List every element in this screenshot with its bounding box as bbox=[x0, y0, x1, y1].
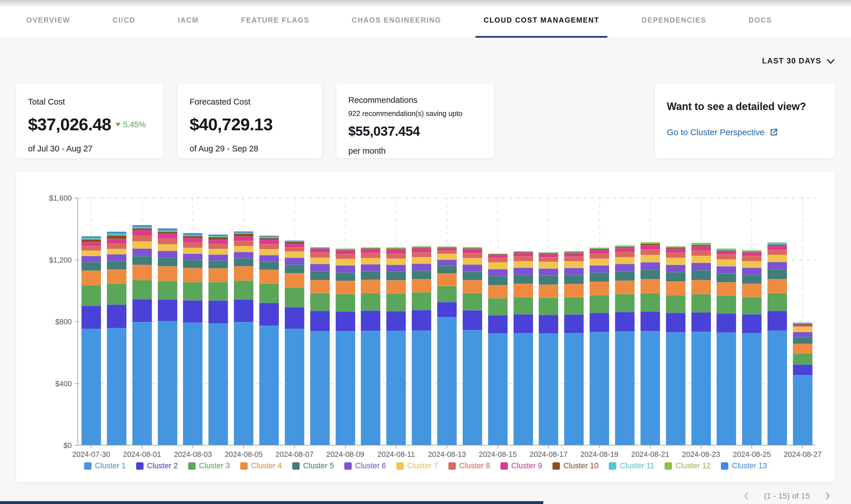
bar-segment-cluster-2 bbox=[767, 311, 787, 330]
bar-segment-cluster-6 bbox=[133, 249, 152, 256]
bar-2024-08-27[interactable] bbox=[793, 323, 812, 445]
bar-segment-cluster-8 bbox=[107, 244, 126, 249]
bar-segment-cluster-3 bbox=[336, 294, 355, 311]
bar-2024-08-04[interactable] bbox=[208, 235, 228, 445]
y-axis-label: $1,600 bbox=[35, 194, 72, 202]
bar-2024-08-01[interactable] bbox=[133, 225, 152, 445]
bar-2024-08-19[interactable] bbox=[590, 248, 609, 445]
legend-item-cluster-5[interactable]: Cluster 5 bbox=[292, 462, 334, 470]
bar-2024-08-23[interactable] bbox=[691, 243, 711, 445]
bar-2024-08-17[interactable] bbox=[539, 252, 558, 445]
legend-swatch bbox=[448, 462, 456, 470]
bar-segment-cluster-5 bbox=[412, 271, 431, 279]
bar-segment-cluster-5 bbox=[666, 272, 685, 282]
date-range-selector[interactable]: LAST 30 DAYS bbox=[762, 55, 835, 67]
bar-segment-cluster-6 bbox=[539, 269, 558, 275]
bar-segment-cluster-5 bbox=[234, 258, 253, 266]
bar-2024-08-21[interactable] bbox=[641, 242, 660, 445]
tab-docs[interactable]: DOCS bbox=[741, 3, 780, 38]
legend-item-cluster-6[interactable]: Cluster 6 bbox=[344, 462, 386, 470]
bar-2024-08-25[interactable] bbox=[742, 250, 762, 445]
legend-item-cluster-4[interactable]: Cluster 4 bbox=[240, 462, 282, 470]
bar-2024-08-11[interactable] bbox=[386, 248, 406, 445]
bar-2024-08-14[interactable] bbox=[463, 247, 482, 445]
bar-segment-cluster-10 bbox=[107, 235, 126, 239]
chevron-left-icon[interactable] bbox=[742, 491, 751, 501]
bar-segment-cluster-5 bbox=[259, 262, 279, 270]
bar-segment-cluster-6 bbox=[107, 254, 126, 261]
bar-segment-cluster-1 bbox=[437, 317, 457, 445]
bar-2024-07-31[interactable] bbox=[107, 232, 126, 445]
bar-2024-08-07[interactable] bbox=[285, 240, 304, 445]
bar-segment-cluster-2 bbox=[336, 311, 355, 331]
bar-segment-cluster-4 bbox=[691, 280, 711, 294]
bar-segment-cluster-8 bbox=[666, 253, 685, 258]
tab-overview[interactable]: OVERVIEW bbox=[18, 3, 79, 38]
bar-segment-cluster-8 bbox=[285, 247, 304, 251]
bar-2024-08-18[interactable] bbox=[564, 251, 584, 445]
tab-dependencies[interactable]: DEPENDENCIES bbox=[634, 3, 714, 38]
bar-2024-07-30[interactable] bbox=[82, 236, 101, 445]
bar-2024-08-13[interactable] bbox=[437, 247, 457, 445]
bar-segment-cluster-8 bbox=[488, 258, 507, 262]
legend-item-cluster-11[interactable]: Cluster 11 bbox=[609, 462, 654, 470]
bar-segment-cluster-6 bbox=[590, 266, 609, 273]
cluster-perspective-link[interactable]: Go to Cluster Perspective bbox=[667, 127, 778, 137]
bar-2024-08-05[interactable] bbox=[234, 231, 253, 445]
bar-2024-08-03[interactable] bbox=[183, 233, 203, 445]
chevron-right-icon[interactable] bbox=[823, 491, 832, 501]
bar-segment-cluster-4 bbox=[488, 285, 507, 298]
bar-segment-cluster-9 bbox=[386, 249, 406, 253]
bar-2024-08-26[interactable] bbox=[767, 242, 787, 445]
bar-segment-cluster-7 bbox=[437, 254, 457, 260]
bar-segment-cluster-9 bbox=[564, 253, 584, 256]
bar-2024-08-12[interactable] bbox=[412, 246, 431, 445]
bar-2024-08-09[interactable] bbox=[336, 249, 355, 445]
bar-2024-08-08[interactable] bbox=[310, 247, 330, 445]
bar-segment-cluster-8 bbox=[463, 253, 482, 258]
bar-segment-cluster-2 bbox=[641, 311, 660, 331]
bar-segment-cluster-7 bbox=[666, 258, 685, 265]
legend-item-cluster-8[interactable]: Cluster 8 bbox=[448, 462, 490, 470]
legend-swatch bbox=[500, 462, 508, 470]
bar-segment-cluster-6 bbox=[208, 255, 228, 261]
legend-item-cluster-2[interactable]: Cluster 2 bbox=[136, 462, 178, 470]
y-axis-tick bbox=[75, 383, 78, 384]
bar-2024-08-22[interactable] bbox=[666, 246, 685, 445]
legend-item-cluster-13[interactable]: Cluster 13 bbox=[721, 462, 767, 470]
date-range-row: LAST 30 DAYS bbox=[16, 55, 835, 67]
bar-segment-cluster-4 bbox=[641, 279, 660, 293]
legend-label: Cluster 1 bbox=[95, 462, 126, 470]
bar-2024-08-24[interactable] bbox=[717, 249, 736, 445]
detail-view-title: Want to see a detailed view? bbox=[667, 101, 823, 112]
bar-segment-cluster-9 bbox=[208, 240, 228, 244]
tab-cloud-cost-management[interactable]: CLOUD COST MANAGEMENT bbox=[475, 3, 607, 38]
legend-item-cluster-12[interactable]: Cluster 12 bbox=[664, 462, 711, 470]
bar-2024-08-15[interactable] bbox=[488, 254, 507, 445]
bar-2024-08-06[interactable] bbox=[259, 236, 279, 445]
tab-feature-flags[interactable]: FEATURE FLAGS bbox=[233, 3, 317, 38]
tab-chaos-engineering[interactable]: CHAOS ENGINEERING bbox=[344, 3, 449, 38]
legend-swatch bbox=[240, 462, 248, 470]
bar-segment-cluster-2 bbox=[488, 315, 507, 334]
legend-item-cluster-9[interactable]: Cluster 9 bbox=[500, 462, 542, 470]
bar-segment-cluster-6 bbox=[767, 262, 787, 269]
bar-2024-08-20[interactable] bbox=[615, 246, 635, 445]
legend-item-cluster-3[interactable]: Cluster 3 bbox=[188, 462, 230, 470]
legend-item-cluster-1[interactable]: Cluster 1 bbox=[84, 462, 126, 470]
y-axis-label: $0 bbox=[35, 441, 72, 450]
bar-segment-cluster-1 bbox=[488, 334, 507, 445]
bar-segment-cluster-4 bbox=[386, 280, 406, 293]
tab-iacm[interactable]: IACM bbox=[170, 3, 207, 38]
bar-segment-cluster-4 bbox=[514, 284, 533, 297]
bar-segment-cluster-6 bbox=[412, 264, 431, 271]
tab-ci-cd[interactable]: CI/CD bbox=[105, 3, 143, 38]
legend-item-cluster-10[interactable]: Cluster 10 bbox=[553, 462, 598, 470]
bar-2024-08-02[interactable] bbox=[158, 228, 177, 445]
bar-segment-cluster-2 bbox=[590, 313, 609, 332]
legend-item-cluster-7[interactable]: Cluster 7 bbox=[396, 462, 438, 470]
bar-2024-08-10[interactable] bbox=[361, 248, 380, 445]
bar-segment-cluster-4 bbox=[742, 284, 762, 297]
bar-segment-cluster-8 bbox=[234, 241, 253, 246]
bar-2024-08-16[interactable] bbox=[514, 251, 533, 445]
